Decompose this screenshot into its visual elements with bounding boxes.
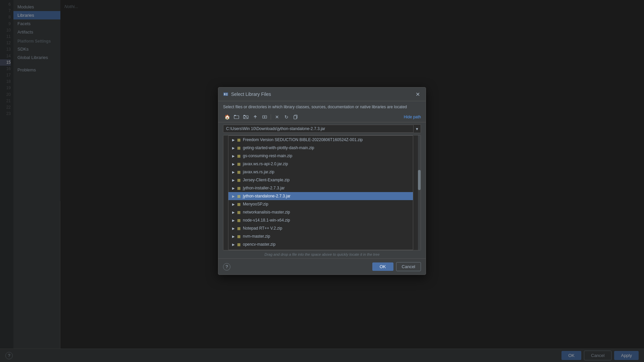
expand-folder-button[interactable] <box>261 113 269 121</box>
file-zip-icon: ▦ <box>236 145 241 150</box>
file-item[interactable]: ▶ ▦ geting-started-with-plottly-dash-mai… <box>228 144 413 152</box>
expand-icon[interactable]: ▶ <box>231 154 236 158</box>
modal-footer: ? OK Cancel <box>218 258 426 275</box>
file-item[interactable]: ▶ ▦ jython-installer-2.7.3.jar <box>228 184 413 192</box>
file-zip-icon: ▦ <box>236 234 241 239</box>
open-folder-button[interactable] <box>242 113 250 121</box>
path-input[interactable] <box>223 125 414 133</box>
file-item[interactable]: ▶ ▦ javax.ws.rs-api-2.0.jar.zip <box>228 160 413 168</box>
file-zip-icon: ▦ <box>236 210 241 215</box>
file-zip-icon: ▦ <box>236 218 241 223</box>
path-input-row: ▾ <box>218 122 426 135</box>
modal-toolbar: 🏠 ✕ ↻ Hide path <box>218 112 426 122</box>
expand-icon[interactable]: ▶ <box>231 145 236 150</box>
file-zip-icon: ▦ <box>236 242 241 247</box>
modal-close-button[interactable]: ✕ <box>414 91 421 98</box>
expand-icon[interactable]: ▶ <box>231 234 236 239</box>
file-zip-icon: ▦ <box>236 178 241 182</box>
file-item-selected[interactable]: ▶ ▦ jython-standalone-2.7.3.jar <box>228 192 413 200</box>
svg-rect-8 <box>244 115 245 116</box>
expand-icon[interactable]: ▶ <box>231 137 236 142</box>
file-zip-icon: ▦ <box>236 154 241 158</box>
file-item[interactable]: ▶ ▦ networkanalisis-master.zip <box>228 208 413 216</box>
expand-icon[interactable]: ▶ <box>231 162 236 166</box>
expand-icon[interactable]: ▶ <box>231 202 236 206</box>
svg-rect-11 <box>294 116 297 119</box>
svg-rect-1 <box>224 93 225 95</box>
file-item[interactable]: ▶ ▦ javax.ws.rs.jar.zip <box>228 168 413 176</box>
expand-icon[interactable]: ▶ <box>231 186 236 190</box>
expand-icon[interactable]: ▶ <box>231 194 236 198</box>
file-zip-icon: ▦ <box>236 170 241 174</box>
toolbar-separator-1 <box>271 114 271 120</box>
copy-path-button[interactable] <box>292 113 300 121</box>
file-item[interactable]: ▶ ▦ Jersey-Client-Example.zip <box>228 176 413 184</box>
hide-path-button[interactable]: Hide path <box>404 115 421 119</box>
expand-icon[interactable]: ▶ <box>231 242 236 247</box>
file-item[interactable]: ▶ ▦ Notepad RT++ V.2.zip <box>228 224 413 232</box>
file-item[interactable]: ▶ ▦ nvm-master.zip <box>228 232 413 240</box>
dialog-icon <box>223 92 228 97</box>
file-item[interactable]: ▶ ▦ node-v14.18.1-win-x64.zip <box>228 216 413 224</box>
expand-icon[interactable]: ▶ <box>231 226 236 231</box>
svg-rect-4 <box>226 95 227 96</box>
modal-cancel-button[interactable]: Cancel <box>396 262 421 271</box>
modal-header: Select Library Files ✕ <box>218 87 426 101</box>
svg-rect-3 <box>226 94 227 95</box>
file-item[interactable]: ▶ ▦ MenyooSP.zip <box>228 200 413 208</box>
file-jar-icon: ▦ <box>236 186 241 190</box>
delete-button[interactable]: ✕ <box>273 113 281 121</box>
drag-hint: Drag and drop a file into the space abov… <box>218 250 426 258</box>
file-zip-icon: ▦ <box>236 202 241 206</box>
expand-icon[interactable]: ▶ <box>231 178 236 182</box>
modal-help-button[interactable]: ? <box>223 263 230 270</box>
file-item[interactable]: ▶ ▦ parquet-python-master.zip <box>228 248 413 250</box>
file-item[interactable]: ▶ ▦ gs-consuming-rest-main.zip <box>228 152 413 160</box>
scrollbar-track[interactable] <box>418 135 421 250</box>
file-item[interactable]: ▶ ▦ Freedom Version SEDUCTION BIBLE-2022… <box>228 136 413 144</box>
file-jar-icon: ▦ <box>236 194 241 198</box>
scrollbar-thumb[interactable] <box>418 170 421 190</box>
expand-icon[interactable]: ▶ <box>231 210 236 215</box>
expand-icon[interactable]: ▶ <box>231 218 236 223</box>
file-list: ▶ ▦ Freedom Version SEDUCTION BIBLE-2022… <box>228 135 413 250</box>
modal-title: Select Library Files <box>231 92 271 97</box>
file-item[interactable]: ▶ ▦ opencv-master.zip <box>228 240 413 248</box>
modal-overlay: Select Library Files ✕ Select files or d… <box>0 0 644 362</box>
new-folder-button[interactable] <box>232 113 240 121</box>
file-zip-icon: ▦ <box>236 226 241 231</box>
modal-description: Select files or directories in which lib… <box>218 101 426 112</box>
svg-rect-2 <box>226 93 227 94</box>
home-button[interactable]: 🏠 <box>223 113 231 121</box>
refresh-button[interactable]: ↻ <box>282 113 290 121</box>
file-zip-icon: ▦ <box>236 137 241 142</box>
up-folder-button[interactable] <box>251 113 259 121</box>
file-zip-icon: ▦ <box>236 162 241 166</box>
select-library-files-dialog: Select Library Files ✕ Select files or d… <box>218 87 426 275</box>
modal-ok-button[interactable]: OK <box>372 262 393 271</box>
svg-rect-5 <box>234 116 239 119</box>
svg-rect-6 <box>234 115 236 116</box>
expand-icon[interactable]: ▶ <box>231 170 236 174</box>
path-dropdown-button[interactable]: ▾ <box>414 124 421 133</box>
